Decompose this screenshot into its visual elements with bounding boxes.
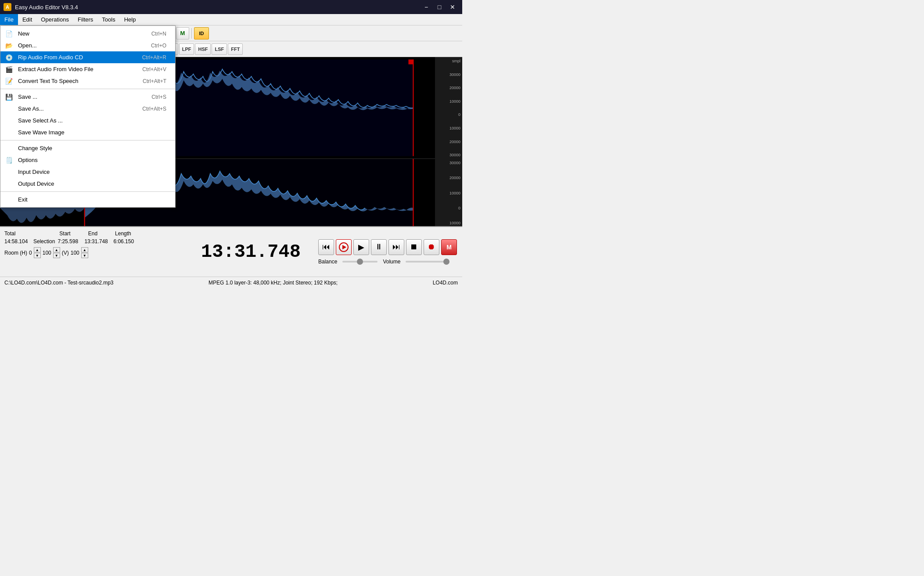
room-v-up[interactable]: ▲ [81, 247, 88, 252]
volume-slider[interactable] [406, 261, 449, 263]
total-value: 14:58.104 [4, 238, 31, 245]
room-h-pct-up[interactable]: ▲ [53, 247, 60, 252]
menu-item-convert-text[interactable]: 📝 Convert Text To Speech Ctrl+Alt+T [0, 75, 175, 87]
file-path: C:\LO4D.com\LO4D.com - Test-srcaudio2.mp… [4, 280, 114, 286]
room-h-down[interactable]: ▼ [34, 253, 41, 258]
filter-hsf-button[interactable]: HSF [195, 43, 211, 55]
play-button[interactable]: ▶ [353, 239, 369, 255]
current-time-display: 13:31.748 [189, 227, 313, 277]
new-icon: 📄 [4, 29, 14, 39]
go-end-button[interactable]: ⏭ [388, 239, 404, 255]
convert-text-icon: 📝 [4, 76, 14, 86]
title-bar: A Easy Audio Editor V8.3.4 − □ ✕ [0, 0, 462, 14]
status-bar: C:\LO4D.com\LO4D.com - Test-srcaudio2.mp… [0, 277, 462, 288]
room-v-value: 100 [71, 250, 79, 256]
separator-2 [0, 140, 175, 140]
output-device-icon [4, 179, 14, 189]
time-info: Total Start End Length 14:58.104 Selecti… [0, 227, 189, 277]
menu-item-exit[interactable]: Exit [0, 194, 175, 205]
menu-tools[interactable]: Tools [97, 14, 119, 25]
menu-item-new[interactable]: 📄 New Ctrl+N [0, 28, 175, 40]
save-wave-icon [4, 128, 14, 137]
change-style-icon [4, 144, 14, 153]
length-value: 6:06.150 [113, 238, 134, 245]
ruler-right-bottom: 30000 20000 10000 0 10000 20000 30000 [435, 159, 462, 226]
separator-3 [0, 191, 175, 192]
room-h-pct: 100 [43, 250, 51, 256]
menu-operations[interactable]: Operations [36, 14, 73, 25]
room-h-pct-down[interactable]: ▼ [53, 253, 60, 258]
close-button[interactable]: ✕ [446, 2, 459, 12]
rip-icon: 💿 [4, 53, 14, 62]
play-from-start-button[interactable] [336, 239, 352, 255]
open-icon: 📂 [4, 41, 14, 50]
pause-button[interactable]: ⏸ [371, 239, 387, 255]
menu-item-save-as[interactable]: Save As... Ctrl+Alt+S [0, 103, 175, 115]
mute-transport-button[interactable]: M [441, 239, 457, 255]
menu-item-input-device[interactable]: Input Device [0, 166, 175, 178]
room-controls: Room (H) 0 ▲ ▼ 100 ▲ ▼ (V) 100 ▲ [4, 247, 184, 258]
record-button[interactable]: ⏺ [424, 239, 439, 255]
filter-lpf-button[interactable]: LPF [179, 43, 194, 55]
selection-label: Selection [33, 238, 55, 245]
save-icon: 💾 [4, 92, 14, 102]
extract-icon: 🎬 [4, 65, 14, 74]
ruler-right-top: smpl 30000 20000 10000 0 10000 20000 300… [435, 57, 462, 159]
menu-bar: File Edit Operations Filters Tools Help … [0, 14, 462, 25]
filter-fft-button[interactable]: FFT [228, 43, 243, 55]
input-device-icon [4, 167, 14, 177]
file-dropdown-menu: 📄 New Ctrl+N 📂 Open... Ctrl+O 💿 Rip Audi… [0, 25, 176, 208]
menu-item-change-style[interactable]: Change Style [0, 142, 175, 154]
app-icon: A [4, 3, 11, 11]
menu-item-save-wave-image[interactable]: Save Wave Image [0, 126, 175, 138]
menu-item-save-select-as[interactable]: Save Select As ... [0, 115, 175, 126]
id-button[interactable]: ID [194, 27, 209, 40]
go-start-button[interactable]: ⏮ [318, 239, 334, 255]
menu-item-options[interactable]: 🗒️ Options [0, 154, 175, 166]
save-as-icon [4, 104, 14, 114]
toolbar-separator-6 [191, 28, 192, 39]
end-value: 13:31.748 [84, 238, 111, 245]
svg-marker-26 [342, 245, 346, 249]
menu-item-extract-audio[interactable]: 🎬 Extract Audio From Video File Ctrl+Alt… [0, 63, 175, 75]
svg-marker-16 [408, 60, 413, 65]
end-label: End [88, 230, 97, 237]
balance-slider[interactable] [342, 261, 378, 263]
options-icon: 🗒️ [4, 155, 14, 165]
menu-item-open[interactable]: 📂 Open... Ctrl+O [0, 40, 175, 51]
filter-lsf-button[interactable]: LSF [212, 43, 227, 55]
stop-button[interactable]: ⏹ [406, 239, 422, 255]
watermark: LO4D.com [433, 280, 458, 286]
separator-1 [0, 89, 175, 89]
menu-help[interactable]: Help [120, 14, 140, 25]
minimize-button[interactable]: − [420, 2, 432, 12]
menu-item-rip-audio[interactable]: 💿 Rip Audio From Audio CD Ctrl+Alt+R [0, 51, 175, 63]
maximize-button[interactable]: □ [433, 2, 446, 12]
start-value: 7:25.598 [58, 238, 82, 245]
room-h-up[interactable]: ▲ [34, 247, 41, 252]
menu-edit[interactable]: Edit [18, 14, 36, 25]
transport-controls: ⏮ ▶ ⏸ ⏭ ⏹ ⏺ M Balance [313, 227, 462, 277]
length-label: Length [115, 230, 131, 237]
room-h-label: Room (H) [4, 250, 27, 256]
room-v-label: (V) [62, 250, 69, 256]
audio-info: MPEG 1.0 layer-3: 48,000 kHz; Joint Ster… [209, 280, 338, 286]
volume-label: Volume [383, 259, 400, 265]
bottom-panel: Total Start End Length 14:58.104 Selecti… [0, 226, 462, 277]
total-label: Total [4, 230, 15, 237]
start-label: Start [59, 230, 70, 237]
menu-file[interactable]: File [0, 14, 18, 25]
exit-icon [4, 195, 14, 205]
menu-item-output-device[interactable]: Output Device [0, 178, 175, 190]
room-v-down[interactable]: ▼ [81, 253, 88, 258]
menu-item-save[interactable]: 💾 Save ... Ctrl+S [0, 91, 175, 103]
mono-button[interactable]: M [176, 27, 189, 40]
room-h-value: 0 [29, 250, 32, 256]
save-select-icon [4, 116, 14, 126]
app-title: Easy Audio Editor V8.3.4 [15, 4, 78, 11]
menu-filters[interactable]: Filters [73, 14, 97, 25]
balance-label: Balance [318, 259, 337, 265]
